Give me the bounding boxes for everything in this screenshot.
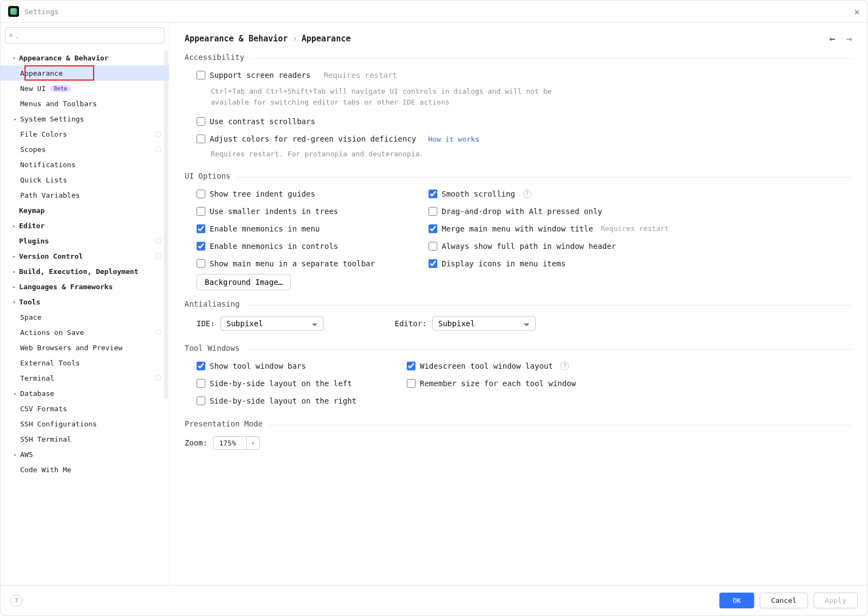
chk-icons-in-menu[interactable] <box>429 259 437 268</box>
close-icon[interactable]: × <box>854 6 860 17</box>
tree-item-label: Web Browsers and Preview <box>20 344 123 352</box>
tree-item[interactable]: ▾Appearance & Behavior <box>1 50 169 65</box>
chk-full-path-header[interactable] <box>429 242 437 251</box>
help-icon[interactable]: ? <box>10 595 22 607</box>
sidebar: ⌕ ▾ ▾Appearance & BehaviorAppearanceNew … <box>1 23 169 585</box>
tree-item[interactable]: Appearance <box>1 65 169 81</box>
chk-merge-menu-title[interactable] <box>429 224 437 233</box>
tree-item[interactable]: ▸Languages & Frameworks <box>1 279 169 294</box>
chevron-right-icon: › <box>292 34 297 44</box>
lbl-contrast-scrollbars: Use contrast scrollbars <box>210 117 315 126</box>
chk-mnemonics-menu[interactable] <box>197 224 205 233</box>
tree-item[interactable]: Web Browsers and Preview <box>1 340 169 355</box>
select-editor-aa[interactable]: Subpixel <box>432 316 536 331</box>
tree-item[interactable]: ▸System Settings <box>1 111 169 126</box>
tree-item[interactable]: Path Variables <box>1 187 169 203</box>
hint-screen-readers: Requires restart <box>323 71 397 80</box>
tree-item[interactable]: ▸Version Control <box>1 248 169 264</box>
settings-tree[interactable]: ▾Appearance & BehaviorAppearanceNew UIBe… <box>1 48 169 585</box>
chk-sbs-right[interactable] <box>197 397 205 405</box>
tree-item[interactable]: Scopes <box>1 142 169 157</box>
ok-button[interactable]: OK <box>719 593 754 608</box>
select-ide-aa[interactable]: Subpixel <box>221 316 324 331</box>
chk-main-menu-toolbar[interactable] <box>197 259 205 268</box>
tree-item[interactable]: CSV Formats <box>1 401 169 416</box>
lbl-icons-in-menu: Display icons in menu items <box>442 259 566 268</box>
chevron-right-icon: ▸ <box>11 391 19 397</box>
nav-back-icon[interactable]: ← <box>829 33 835 44</box>
lbl-show-tw-bars: Show tool window bars <box>210 362 306 370</box>
chevron-down-icon: ▾ <box>10 299 18 305</box>
chk-smaller-indents[interactable] <box>197 207 205 216</box>
chk-contrast-scrollbars[interactable] <box>197 117 205 126</box>
search-input[interactable] <box>5 27 164 44</box>
chk-smooth-scroll[interactable] <box>429 190 437 198</box>
chk-mnemonics-ctrls[interactable] <box>197 242 205 251</box>
tree-item-label: New UI <box>20 84 46 93</box>
chk-tree-indent[interactable] <box>197 190 205 198</box>
tree-item[interactable]: Code With Me <box>1 462 169 477</box>
help-icon[interactable]: ? <box>523 190 531 198</box>
nav-forward-icon: → <box>846 33 852 44</box>
chk-widescreen-layout[interactable] <box>407 362 415 370</box>
tree-item-label: CSV Formats <box>20 405 67 413</box>
tree-item[interactable]: Keymap <box>1 203 169 218</box>
tree-item[interactable]: New UIBeta <box>1 81 169 96</box>
tree-item-label: Keymap <box>19 206 45 215</box>
help-icon[interactable]: ? <box>560 362 569 370</box>
tree-item[interactable]: ▸Build, Execution, Deployment <box>1 264 169 279</box>
tree-item[interactable]: External Tools <box>1 355 169 370</box>
lbl-sbs-left: Side-by-side layout on the left <box>210 379 352 388</box>
breadcrumb-leaf: Appearance <box>302 34 351 44</box>
tree-item[interactable]: Actions on Save <box>1 325 169 340</box>
hint-merge-menu: Requires restart <box>601 224 669 233</box>
project-scope-icon <box>156 254 161 259</box>
background-image-button[interactable]: Background Image… <box>197 274 291 290</box>
chk-screen-readers[interactable] <box>197 71 205 80</box>
lbl-tree-indent: Show tree indent guides <box>210 190 315 198</box>
tree-item[interactable]: Menus and Toolbars <box>1 96 169 111</box>
tree-item-label: Notifications <box>20 161 76 169</box>
desc-rg-deficiency: Requires restart. For protanopia and deu… <box>197 148 589 162</box>
chk-show-tw-bars[interactable] <box>197 362 205 370</box>
tree-item[interactable]: File Colors <box>1 126 169 142</box>
apply-button[interactable]: Apply <box>814 593 858 608</box>
tree-item-label: Terminal <box>20 374 54 382</box>
chevron-right-icon: ▸ <box>10 253 18 259</box>
chk-rg-deficiency[interactable] <box>197 135 205 143</box>
tree-item[interactable]: ▸Editor <box>1 218 169 233</box>
cancel-button[interactable]: Cancel <box>760 593 808 608</box>
tree-item[interactable]: SSH Configurations <box>1 416 169 431</box>
main-panel: Appearance & Behavior › Appearance ← → A… <box>169 23 867 585</box>
tree-item[interactable]: Terminal <box>1 370 169 386</box>
tree-item[interactable]: SSH Terminal <box>1 431 169 447</box>
chk-sbs-left[interactable] <box>197 379 205 388</box>
project-scope-icon <box>156 330 161 335</box>
tree-item[interactable]: Space <box>1 309 169 325</box>
chevron-right-icon: ▸ <box>11 116 19 122</box>
tree-item[interactable]: Notifications <box>1 157 169 172</box>
tree-item[interactable]: ▸AWS <box>1 447 169 462</box>
project-scope-icon <box>156 376 161 381</box>
scrollbar[interactable] <box>164 50 168 399</box>
tree-item[interactable]: ▾Tools <box>1 294 169 309</box>
zoom-value[interactable]: 175% <box>213 436 247 450</box>
tree-item-label: Code With Me <box>20 466 71 474</box>
tree-item-label: Menus and Toolbars <box>20 100 97 108</box>
chevron-down-icon[interactable]: ▾ <box>247 436 260 450</box>
chk-remember-size[interactable] <box>407 379 415 388</box>
lbl-mnemonics-ctrls: Enable mnemonics in controls <box>210 242 338 251</box>
tree-item[interactable]: ▸Database <box>1 386 169 401</box>
lbl-smooth-scroll: Smooth scrolling <box>442 190 515 198</box>
link-how-it-works[interactable]: How it works <box>428 135 479 143</box>
lbl-remember-size: Remember size for each tool window <box>420 379 576 388</box>
breadcrumb-root[interactable]: Appearance & Behavior <box>185 34 288 44</box>
project-scope-icon <box>156 132 161 137</box>
tree-item-label: External Tools <box>20 359 80 367</box>
chk-dnd-alt[interactable] <box>429 207 437 216</box>
tree-item-label: Version Control <box>19 252 83 260</box>
tree-item[interactable]: Quick Lists <box>1 172 169 187</box>
lbl-ide-aa: IDE: <box>197 319 215 328</box>
tree-item[interactable]: Plugins <box>1 233 169 248</box>
search-icon: ⌕ <box>9 31 13 39</box>
